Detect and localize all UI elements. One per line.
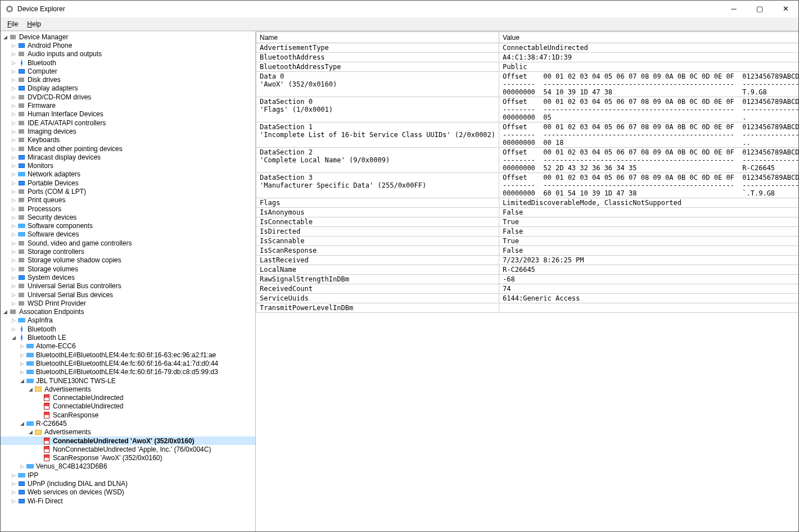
expand-icon[interactable] [10,85,17,91]
expand-icon[interactable] [10,317,17,323]
expand-icon[interactable] [10,231,17,237]
tree-ad-item[interactable]: ScanResponse 'AwoX' (352/0x0160) [1,454,255,462]
tree-dm-item[interactable]: Firmware [1,101,255,110]
expand-icon[interactable] [10,489,17,495]
expand-icon[interactable] [19,369,25,375]
expand-icon[interactable] [10,301,17,306]
tree-ad-item[interactable]: ConnectableUndirected [1,393,255,402]
tree-bluetooth-le[interactable]: ᚼBluetooth LE [1,333,255,342]
expand-icon[interactable] [10,163,17,169]
menu-help[interactable]: Help [22,19,46,29]
tree-dm-item[interactable]: Storage volumes [1,265,255,273]
expand-icon[interactable] [19,352,25,358]
tree-association-endpoints[interactable]: Assocation Endpoints [1,308,255,316]
tree-ad-item[interactable]: NonConnectableUndirected 'Apple, Inc.' (… [1,445,255,453]
expand-icon[interactable] [10,137,17,143]
expand-icon[interactable] [10,335,17,340]
menu-file[interactable]: File [3,19,22,29]
expand-icon[interactable] [10,326,17,332]
expand-icon[interactable] [19,378,25,384]
tree-ble-item[interactable]: Atome-ECC6 [1,342,255,351]
tree-device-manager[interactable]: Device Manager [1,33,255,41]
property-row[interactable]: BluetoothAddressA4:C1:38:47:1D:39 [256,53,799,62]
expand-icon[interactable] [10,283,17,289]
tree-dm-item[interactable]: Storage volume shadow copies [1,256,255,265]
tree-ae-item[interactable]: UPnP (including DIAL and DLNA) [1,479,255,488]
tree-ae-item[interactable]: AspInfra [1,316,255,325]
property-row[interactable]: DataSection 1 'Incomplete List of 16-bit… [256,122,799,148]
expand-icon[interactable] [10,206,17,212]
property-row[interactable]: IsScannableTrue [256,237,799,246]
tree-rc[interactable]: R-C26645 [1,419,255,428]
expand-icon[interactable] [10,249,17,254]
tree-dm-item[interactable]: Android Phone [1,41,255,49]
tree-ble-item[interactable]: BluetoothLE#BluetoothLEf4:4e:fc:60:6f:16… [1,368,255,376]
tree-jbl[interactable]: JBL TUNE130NC TWS-LE [1,376,255,385]
tree-dm-item[interactable]: Security devices [1,213,255,221]
tree-dm-item[interactable]: Keyboards [1,136,255,144]
expand-icon[interactable] [10,240,17,246]
tree-ae-item[interactable]: Wi-Fi Direct [1,497,255,505]
tree-ae-item[interactable]: ᚼBluetooth [1,325,255,333]
tree-dm-item[interactable]: Monitors [1,161,255,170]
property-row[interactable]: IsAnonymousFalse [256,208,799,217]
expand-icon[interactable] [10,111,17,117]
tree-dm-item[interactable]: Software components [1,222,255,230]
property-row[interactable]: DataSection 0 'Flags' (1/0x0001)Offset 0… [256,97,799,122]
tree-ae-item[interactable]: Web services on devices (WSD) [1,488,255,497]
tree-advertisements[interactable]: Advertisements [1,428,255,436]
tree-dm-item[interactable]: Print queues [1,196,255,204]
tree-pane[interactable]: Device ManagerAndroid PhoneAudio inputs … [1,31,256,531]
expand-icon[interactable] [10,129,17,134]
expand-icon[interactable] [10,171,17,177]
property-row[interactable]: DataSection 2 'Complete Local Name' (9/0… [256,148,799,173]
maximize-button[interactable]: ▢ [747,1,773,17]
property-row[interactable]: RawSignalStrengthInDBm-68 [256,275,799,284]
tree-ble-item[interactable]: BluetoothLE#BluetoothLEf4:4e:fc:60:6f:16… [1,351,255,359]
expand-icon[interactable] [10,257,17,263]
expand-icon[interactable] [27,387,34,392]
property-row[interactable]: BluetoothAddressTypePublic [256,62,799,72]
expand-icon[interactable] [19,463,25,469]
col-name[interactable]: Name [256,32,499,43]
property-row[interactable]: ServiceUuids6144:Generic Access [256,294,799,303]
expand-icon[interactable] [10,51,17,57]
expand-icon[interactable] [19,361,25,366]
expand-icon[interactable] [2,34,8,40]
expand-icon[interactable] [2,309,8,315]
expand-icon[interactable] [10,223,17,229]
tree-dm-item[interactable]: Network adapters [1,170,255,179]
minimize-button[interactable]: ─ [721,1,747,17]
expand-icon[interactable] [19,421,25,426]
expand-icon[interactable] [10,43,17,48]
property-row[interactable]: LocalNameR-C26645 [256,265,799,275]
expand-icon[interactable] [10,189,17,194]
expand-icon[interactable] [10,266,17,272]
property-row[interactable]: ReceivedCount74 [256,284,799,294]
expand-icon[interactable] [10,103,17,108]
tree-ble-item[interactable]: BluetoothLE#BluetoothLEf4:4e:fc:60:6f:16… [1,359,255,367]
expand-icon[interactable] [10,60,17,66]
close-button[interactable]: ✕ [773,1,798,17]
tree-dm-item[interactable]: Sound, video and game controllers [1,239,255,247]
tree-dm-item[interactable]: DVD/CD-ROM drives [1,93,255,101]
property-row[interactable]: DataSection 3 'Manufacturer Specific Dat… [256,173,799,198]
expand-icon[interactable] [10,472,17,478]
tree-dm-item[interactable]: Display adapters [1,84,255,93]
tree-dm-item[interactable]: Audio inputs and outputs [1,50,255,58]
tree-dm-item[interactable]: WSD Print Provider [1,299,255,307]
tree-dm-item[interactable]: Processors [1,204,255,213]
expand-icon[interactable] [10,498,17,504]
property-row[interactable]: AdvertisementTypeConnectableUndirected [256,43,799,53]
expand-icon[interactable] [27,429,34,435]
tree-dm-item[interactable]: Computer [1,67,255,75]
tree-dm-item[interactable]: Imaging devices [1,127,255,135]
expand-icon[interactable] [10,197,17,203]
property-row[interactable]: IsScanResponseFalse [256,246,799,256]
expand-icon[interactable] [19,343,25,349]
expand-icon[interactable] [10,69,17,74]
tree-dm-item[interactable]: Mice and other pointing devices [1,144,255,153]
property-row[interactable]: LastReceived7/23/2023 8:26:25 PM [256,256,799,265]
property-row[interactable]: Data 0 'AwoX' (352/0x0160)Offset 00 01 0… [256,72,799,97]
expand-icon[interactable] [10,275,17,280]
